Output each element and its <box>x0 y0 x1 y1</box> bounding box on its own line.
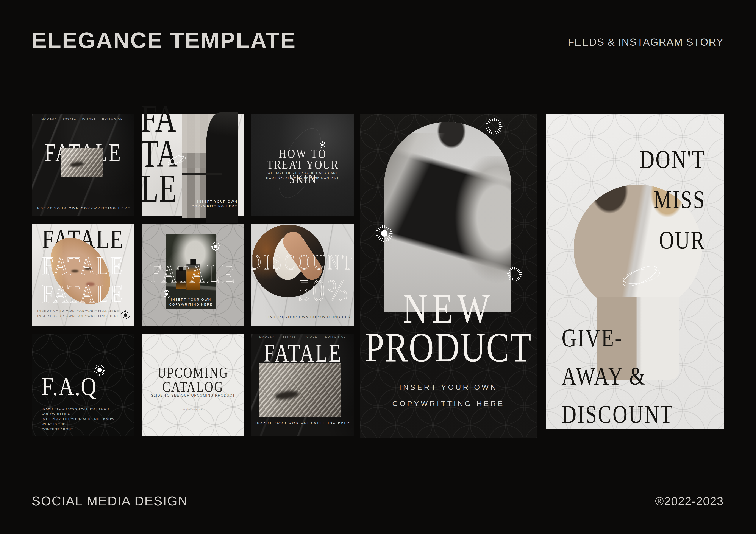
caption-line: INSERT YOUR OWN COPYWRITTING HERE <box>37 309 120 314</box>
meta-name: FATALE <box>82 117 96 120</box>
caption: INSERT YOUR OWN COPYWRITTING HERE <box>252 421 354 424</box>
feed-card-fatale-eyes: MADESK 556781 FATALE EDITORIAL FATALE IN… <box>252 334 354 437</box>
caption: INSERT YOUR OWN COPYWRITTING HERE <box>360 379 537 412</box>
card-subtitle: WE HAVE TIPS FOR YOUR DAILY CARE ROUTINE… <box>252 170 354 180</box>
story-title-bottom: GIVE- AWAY & DISCOUNT <box>562 319 674 429</box>
meta-brand: MADESK <box>259 335 275 338</box>
caption: INSERT YOUR OWN COPYWRITING HERE <box>268 315 354 319</box>
outline-title: FATALE <box>142 258 244 289</box>
caption-line: INSERT YOUR OWN <box>360 379 537 395</box>
letters-line: FA <box>141 101 179 136</box>
caption-line: INSERT YOUR OWN COPYWRITTING HERE <box>37 314 120 318</box>
meta-type: EDITORIAL <box>102 117 122 120</box>
body-line: INTO PLAY. LET YOUR AUDIENCE KNOW WHAT I… <box>41 417 126 427</box>
feed-card-perfume: FATALE INSERT YOUR OWN COPYWRITING HERE <box>142 224 244 326</box>
caption: INSERT YOUR OWN COPYWRITING HERE <box>166 297 216 307</box>
meta-brand: MADESK <box>41 117 57 120</box>
editorial-meta-row: MADESK 556781 FATALE EDITORIAL <box>252 335 354 338</box>
starburst-icon <box>119 309 132 321</box>
meta-name: FATALE <box>304 335 317 338</box>
story-title-line2: PRODUCT <box>360 324 537 371</box>
blazer-shading <box>384 133 445 266</box>
body-line: CONTENT ABOUT <box>41 427 126 432</box>
discount-percent: 50% <box>298 273 350 308</box>
caption-line: COPYWRITING HERE <box>166 302 216 307</box>
meta-number: 556781 <box>283 335 296 338</box>
caption: INSERT YOUR OWN COPYWRITTING HERE <box>32 206 134 210</box>
caption-line: INSERT YOUR OWN <box>191 199 237 204</box>
body-text: INSERT YOUR OWN TEXT. PUT YOUR COPYWRITT… <box>41 406 126 432</box>
outline-title-echo: FATALE <box>32 250 134 281</box>
stacked-letters: FA TA LE <box>141 101 179 206</box>
story-card-giveaway: DON'T MISS OUR GIVE- AWAY & DISCOUNT <box>546 114 724 429</box>
story-title-top: DON'T MISS OUR <box>640 139 706 260</box>
title-line: OUR <box>640 220 706 260</box>
card-title-line2: CATALOG <box>142 378 244 395</box>
outline-title-echo: FATALE <box>32 278 134 309</box>
card-title: F.A.Q <box>41 372 97 401</box>
starburst-icon <box>504 263 525 285</box>
letters-line: TA <box>141 136 179 171</box>
feed-card-fatale-split: FA TA LE INSERT YOUR OWN COPYWRITTING HE… <box>142 114 244 216</box>
feed-card-skin-tips: HOW TO TREAT YOUR SKIN WE HAVE TIPS FOR … <box>252 114 354 216</box>
model-eyes-photo <box>61 148 103 177</box>
title-line: DISCOUNT <box>562 395 674 429</box>
title-line: DON'T <box>640 139 706 180</box>
footer-label: SOCIAL MEDIA DESIGN <box>32 494 188 508</box>
page-title: ELEGANCE TEMPLATE <box>32 28 296 53</box>
starburst-icon <box>161 288 172 300</box>
feed-card-discount: DISCOUNT 50% INSERT YOUR OWN COPYWRITING… <box>252 224 354 326</box>
caption-line: COPYWRITTING HERE <box>360 395 537 412</box>
photo-shading <box>275 390 299 401</box>
story-card-new-product: NEW PRODUCT INSERT YOUR OWN COPYWRITTING… <box>360 114 537 438</box>
feed-card-fatale-face: FATALE FATALE FATALE INSERT YOUR OWN COP… <box>32 224 134 326</box>
model-eyes-photo <box>258 363 340 417</box>
photo-shading <box>70 161 84 168</box>
title-line: AWAY & <box>562 357 674 395</box>
body-line: INSERT YOUR OWN TEXT. PUT YOUR COPYWRITT… <box>41 406 126 417</box>
caption: INSERT YOUR OWN COPYWRITTING HERE INSERT… <box>37 309 120 318</box>
subtitle-line: WE HAVE TIPS FOR YOUR DAILY CARE <box>252 170 354 175</box>
model-arch-photo <box>384 122 511 312</box>
title-line: GIVE- <box>562 319 674 357</box>
starburst-icon <box>482 114 506 138</box>
handrail <box>182 173 222 175</box>
footer-copyright: ®2022-2023 <box>655 495 724 508</box>
caption-line: COPYWRITTING HERE <box>191 204 237 209</box>
meta-number: 556781 <box>63 117 76 120</box>
feed-card-fatale-marble: MADESK 556781 FATALE EDITORIAL FATALE IN… <box>32 114 134 216</box>
letters-line: LE <box>141 171 179 206</box>
poster-canvas: { "page": { "title": "ELEGANCE TEMPLATE"… <box>0 0 756 534</box>
font-watermark: Donker Grotesque <box>252 179 354 181</box>
outline-title: DISCOUNT <box>252 249 354 274</box>
caption: INSERT YOUR OWN COPYWRITTING HERE <box>191 199 237 209</box>
starburst-icon <box>372 221 396 245</box>
feed-card-faq: F.A.Q INSERT YOUR OWN TEXT. PUT YOUR COP… <box>32 334 134 437</box>
feed-card-catalog: UPCOMING CATALOG SLIDE TO SEE OUR UPCOMI… <box>142 334 244 437</box>
starburst-icon <box>209 240 222 253</box>
title-line: MISS <box>640 180 706 220</box>
editorial-meta-row: MADESK 556781 FATALE EDITORIAL <box>32 117 134 120</box>
blazer-shading <box>449 156 511 293</box>
caption-line: INSERT YOUR OWN <box>166 297 216 302</box>
meta-type: EDITORIAL <box>325 335 346 338</box>
font-watermark: Donker Grotesque <box>142 408 244 410</box>
page-subtitle: FEEDS & INSTAGRAM STORY <box>568 36 724 48</box>
card-subtitle: SLIDE TO SEE OUR UPCOMING PRODUCT <box>142 394 244 397</box>
